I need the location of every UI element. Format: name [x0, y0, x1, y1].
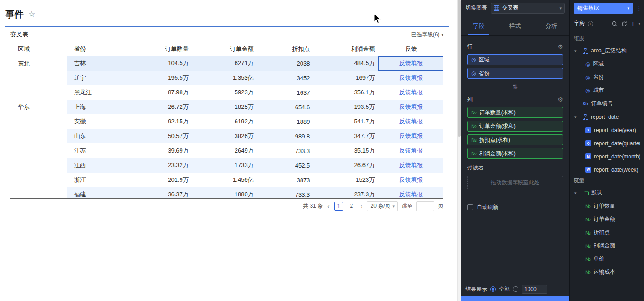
result-limit-input[interactable] — [522, 285, 547, 294]
tree-expand-caret-icon[interactable]: ▾ — [574, 115, 580, 119]
dimension-field-item[interactable]: ◎省份 — [570, 71, 644, 84]
measure-field-item[interactable]: №订单数量 — [570, 199, 644, 213]
add-field-icon[interactable]: + — [631, 20, 634, 27]
feedback-link[interactable]: 反馈填报 — [399, 89, 423, 96]
dimension-field-item[interactable]: ▾area_层级结构 — [570, 44, 644, 57]
column-field-pill[interactable]: №订单金额(求和) — [467, 121, 563, 132]
field-label: 运输成本 — [594, 268, 615, 276]
field-label: 折扣点 — [594, 229, 610, 236]
table-row: 浙江201.9万1.456亿38731523万反馈填报 — [10, 173, 443, 187]
crosstab-widget[interactable]: 交叉表 已选字段(6) ▾ 区域省份订单数量订单金额折扣点利润金额反馈 东北吉林… — [5, 26, 449, 214]
jump-page-input[interactable] — [416, 201, 434, 211]
page-2-button[interactable]: 2 — [347, 202, 356, 211]
row-field-pill[interactable]: ◎省份 — [467, 68, 563, 79]
page-title: 事件 — [5, 8, 24, 20]
config-tab[interactable]: 分析 — [533, 16, 569, 35]
table-row: 福建36.37万1880万733.3237.3万反馈填报 — [10, 187, 443, 198]
result-limit-radio[interactable] — [513, 286, 518, 292]
checkbox-icon[interactable] — [467, 204, 473, 210]
measure-field-item[interactable]: ▾默认 — [570, 186, 644, 199]
page-size-select[interactable]: 20 条/页 ▾ — [367, 201, 398, 211]
tree-expand-caret-icon[interactable]: ▾ — [574, 49, 580, 53]
feedback-link[interactable]: 反馈填报 — [399, 162, 423, 168]
hierarchy-icon — [583, 48, 588, 54]
region-cell: 东北 — [10, 56, 67, 100]
feedback-cell: 反馈填报 — [378, 71, 443, 85]
date-m-icon: M — [585, 153, 591, 159]
more-menu-icon[interactable]: ⋮ — [636, 5, 642, 12]
field-label: 默认 — [591, 189, 602, 197]
feedback-link[interactable]: 反馈填报 — [399, 176, 423, 183]
canvas-scrollbar[interactable] — [457, 0, 461, 301]
table-row: 安徽92.15万6192万1889541.7万反馈填报 — [10, 114, 443, 129]
divider — [467, 87, 509, 87]
update-button-partial[interactable] — [461, 296, 569, 301]
refresh-icon[interactable] — [621, 21, 627, 27]
dimension-field-item[interactable]: Str订单编号 — [570, 97, 644, 110]
value-cell: 3452 — [257, 71, 314, 85]
selected-fields-dropdown[interactable]: 已选字段(6) ▾ — [411, 31, 443, 39]
measure-field-item[interactable]: №运输成本 — [570, 265, 644, 279]
feedback-link[interactable]: 反馈填报 — [399, 191, 423, 198]
value-cell: 733.3 — [257, 187, 314, 198]
next-page-button[interactable]: › — [360, 203, 364, 210]
dimension-field-item[interactable]: Wreport_date(week) — [570, 163, 644, 173]
field-label: area_层级结构 — [591, 47, 627, 55]
date-y-icon: Y — [585, 127, 591, 133]
dimension-field-item[interactable]: Yreport_date(year) — [570, 123, 644, 137]
feedback-link[interactable]: 反馈填报 — [399, 60, 423, 66]
measure-field-item[interactable]: №订单金额 — [570, 213, 644, 226]
chart-config-panel: 切换图表 交叉表 ▾ 字段样式分析 行 ⚙ ◎区域◎省份 ⇅ 列 — [461, 0, 570, 301]
feedback-link[interactable]: 反馈填报 — [399, 103, 423, 110]
search-icon[interactable] — [612, 21, 618, 27]
feedback-link[interactable]: 反馈填报 — [399, 147, 423, 154]
tree-expand-caret-icon[interactable]: ▾ — [574, 191, 580, 195]
feedback-cell: 反馈填报 — [378, 114, 443, 129]
value-cell: 193.5万 — [313, 100, 378, 114]
dimension-field-item[interactable]: Qreport_date(quarter) — [570, 137, 644, 150]
dimension-field-item[interactable]: ◎城市 — [570, 84, 644, 97]
pill-label: 订单金额(求和) — [479, 122, 516, 130]
value-cell: 3826万 — [192, 129, 257, 143]
feedback-cell: 反馈填报 — [378, 173, 443, 187]
row-field-pill[interactable]: ◎区域 — [467, 54, 563, 65]
favorite-star-icon[interactable]: ☆ — [28, 10, 35, 19]
column-field-pill[interactable]: №利润金额(求和) — [467, 148, 563, 159]
result-all-radio[interactable] — [490, 286, 496, 292]
switch-chart-label: 切换图表 — [465, 4, 487, 12]
dimension-field-item[interactable]: Mreport_date(month) — [570, 150, 644, 163]
geo-dimension-icon: ◎ — [585, 61, 590, 67]
value-cell: 195.5万 — [136, 71, 192, 85]
value-cell: 733.3 — [257, 143, 314, 158]
feedback-link[interactable]: 反馈填报 — [399, 133, 423, 139]
auto-refresh-checkbox[interactable]: 自动刷新 — [467, 204, 563, 211]
column-header: 折扣点 — [257, 42, 314, 56]
crosstab-table-area: 区域省份订单数量订单金额折扣点利润金额反馈 东北吉林104.5万6271万203… — [5, 42, 449, 198]
measure-field-item[interactable]: №单价 — [570, 252, 644, 265]
widget-title: 交叉表 — [10, 31, 28, 39]
value-cell: 1.353亿 — [192, 71, 257, 85]
dimension-field-item[interactable]: ▾report_date — [570, 110, 644, 123]
value-cell: 6271万 — [192, 56, 257, 71]
chevron-down-icon: ▾ — [559, 6, 562, 10]
column-field-pill[interactable]: №订单数量(求和) — [467, 107, 563, 118]
gear-icon[interactable]: ⚙ — [558, 43, 563, 50]
chart-type-select[interactable]: 交叉表 ▾ — [491, 3, 565, 14]
measure-field-item[interactable]: №利润金额 — [570, 239, 644, 252]
page-1-button[interactable]: 1 — [334, 202, 343, 211]
filter-drop-zone[interactable]: 拖动数据字段至此处 — [467, 176, 563, 189]
measure-field-item[interactable]: №折扣点 — [570, 226, 644, 239]
dimension-field-item[interactable]: ◎区域 — [570, 57, 644, 71]
feedback-link[interactable]: 反馈填报 — [399, 74, 423, 81]
prev-page-button[interactable]: ‹ — [327, 203, 331, 210]
field-label: 订单编号 — [591, 100, 613, 107]
swap-axes-icon[interactable]: ⇅ — [509, 83, 521, 90]
chevron-down-icon[interactable]: ▾ — [638, 21, 640, 26]
column-field-pill[interactable]: №折扣点(求和) — [467, 134, 563, 145]
feedback-link[interactable]: 反馈填报 — [399, 118, 423, 125]
pagination-bar: 共 31 条 ‹ 1 2 › 20 条/页 ▾ 跳至 页 — [10, 198, 443, 214]
config-tab[interactable]: 样式 — [497, 16, 533, 35]
dataset-select[interactable]: 销售数据 ▾ — [574, 3, 633, 14]
gear-icon[interactable]: ⚙ — [558, 96, 563, 103]
config-tab[interactable]: 字段 — [461, 16, 497, 35]
